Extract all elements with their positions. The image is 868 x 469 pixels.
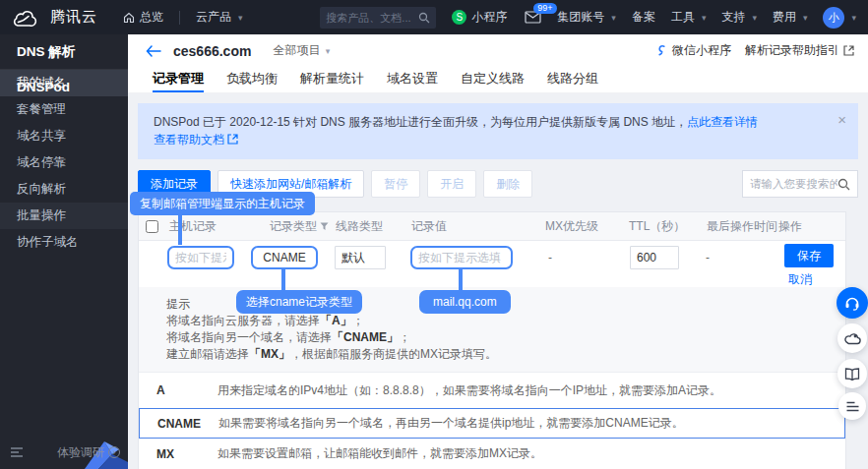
topbar-search[interactable] [320,7,436,29]
nav-support[interactable]: 支持▾ [721,9,757,26]
record-type-name: CNAME [157,409,201,438]
external-link-icon[interactable] [227,134,238,145]
documentation-button[interactable] [837,359,867,388]
record-type-list: A用来指定域名的IPv4地址（如：8.8.8.8），如果需要将域名指向一个IP地… [139,373,845,469]
last-op-time-value: - [706,246,710,269]
wechat-miniprogram-link[interactable]: 微信小程序 [655,42,731,59]
tab[interactable]: 域名设置 [387,67,438,92]
hint-line: 将域名指向云服务器，请选择「A」； [166,313,845,329]
topbar: 腾讯云 总览 云产品▾ S 小程序 99+ 集团账号▾ 备案 工具▾ 支持▾ 费… [0,0,868,34]
record-type-row[interactable]: A用来指定域名的IPv4地址（如：8.8.8.8），如果需要将域名指向一个IP地… [139,373,845,408]
page-title: ces666.com [173,43,251,59]
cloud-logo-icon [12,9,37,27]
nav-tools[interactable]: 工具▾ [671,9,707,26]
record-type-row[interactable]: CNAME如果需要将域名指向另一个域名，再由另一个域名提供ip地址，就需要添加C… [139,408,845,439]
enable-button[interactable]: 开启 [427,170,476,198]
col-header-type[interactable]: 记录类型 [270,212,329,241]
host-record-input[interactable] [167,246,234,269]
feedback-form-button[interactable] [838,392,866,420]
sidebar-title: DNS 解析 DNSPod [0,34,128,70]
tooltip-connector [178,214,182,245]
mx-priority-value: - [548,246,552,269]
tencent-cloud-logo[interactable]: 腾讯云 [12,8,97,27]
chevron-down-icon: ▾ [851,13,856,23]
col-header-host: 主机记录 [169,212,217,241]
chevron-down-icon: ▾ [752,13,757,23]
tab[interactable]: 记录管理 [153,67,204,92]
col-header-line: 线路类型 [336,212,383,241]
account-avatar[interactable]: 小 ▾ [823,7,856,29]
record-search[interactable] [742,170,858,198]
external-link-icon [843,45,854,56]
tab[interactable]: 负载均衡 [226,67,278,92]
nav-group-account[interactable]: 集团账号▾ [557,9,616,26]
banner-doc-link[interactable]: 查看帮助文档 [154,133,224,147]
select-all-checkbox[interactable] [146,220,158,233]
filter-icon[interactable] [320,222,329,231]
hint-lines: 将域名指向云服务器，请选择「A」；将域名指向另一个域名，请选择「CNAME」；建… [166,313,845,363]
nav-billing[interactable]: 费用▾ [773,9,808,26]
divider [179,11,180,25]
record-value-input[interactable] [410,246,513,269]
col-header-op: 操作 [778,212,802,241]
col-header-time: 最后操作时间 [707,212,777,241]
sidebar-item[interactable]: 反向解析 [0,176,128,203]
hint-line: 建立邮箱请选择「MX」，根据邮箱服务商提供的MX记录填写。 [166,346,845,363]
record-type-name: A [156,373,165,408]
search-icon [837,178,850,191]
tab-bar: 记录管理负载均衡解析量统计域名设置自定义线路线路分组 [128,67,868,93]
banner-text: DNSPod 已于 2020-12-15 针对 DNS 服务器地址进行全面升级，… [154,115,687,129]
chevron-down-icon: ▾ [611,13,616,23]
ttl-input[interactable] [630,246,679,269]
sidebar-item[interactable]: 批量操作 [0,203,128,229]
line-type-input[interactable] [335,246,386,269]
customer-support-button[interactable] [837,287,868,319]
nav-messages[interactable]: 99+ [525,11,541,24]
sidebar-item[interactable]: 域名停靠 [0,149,128,176]
cloud-icon [844,332,861,345]
add-record-form-row: - - 保存 取消 [139,241,845,287]
collapse-sidebar-icon[interactable] [10,447,24,457]
sidebar-footer: 体验调研 › [0,436,128,469]
chevron-down-icon: ▾ [326,46,331,56]
nav-mini-program[interactable]: S 小程序 [452,9,507,26]
tooltip-connector [281,268,285,291]
sidebar-item[interactable]: 我的域名 [0,70,128,96]
pause-button[interactable]: 暂停 [371,170,420,198]
delete-button[interactable]: 删除 [483,170,532,198]
sidebar: DNS 解析 DNSPod 我的域名套餐管理域名共享域名停靠反向解析批量操作协作… [0,34,128,469]
sidebar-nav: 我的域名套餐管理域名共享域名停靠反向解析批量操作协作子域名 [0,70,128,256]
record-type-desc: 用来指定域名的IPv4地址（如：8.8.8.8），如果需要将域名指向一个IP地址… [217,373,837,408]
hint-line: 将域名指向另一个域名，请选择「CNAME」； [166,329,845,346]
sidebar-item[interactable]: 套餐管理 [0,96,128,123]
cloud-assistant-button[interactable] [837,323,867,353]
tab[interactable]: 解析量统计 [300,67,364,92]
survey-link[interactable]: 体验调研 › [57,444,120,461]
banner-detail-link[interactable]: 点此查看详情 [687,115,758,129]
record-type-row[interactable]: MX如果需要设置邮箱，让邮箱能收到邮件，就需要添加MX记录。 [139,439,845,469]
table-header-row: 主机记录 记录类型 线路类型 记录值 MX优先级 TTL（秒） 最后操作时间 操… [139,212,845,241]
nav-beian[interactable]: 备案 [632,9,655,26]
cancel-link[interactable]: 取消 [788,271,812,288]
save-button[interactable]: 保存 [784,244,834,267]
back-button[interactable] [146,45,161,57]
record-search-input[interactable] [750,178,837,190]
nav-cloud-products[interactable]: 云产品▾ [196,9,243,26]
topbar-search-input[interactable] [326,12,418,24]
record-type-input[interactable] [251,246,318,269]
tab[interactable]: 线路分组 [547,67,598,92]
tooltip-connector [459,268,463,291]
project-selector[interactable]: 全部项目 ▾ [273,42,330,59]
sidebar-item[interactable]: 域名共享 [0,123,128,149]
tooltip-record-type: 选择cname记录类型 [236,290,362,314]
tab[interactable]: 自定义线路 [461,67,525,92]
col-header-mx: MX优先级 [545,212,598,241]
sidebar-item[interactable]: 协作子域名 [0,229,128,256]
brand-name: 腾讯云 [50,8,97,27]
chevron-right-icon: › [108,446,120,458]
main-panel: ces666.com 全部项目 ▾ 微信小程序 解析记录帮助指引 记录管理负载均… [128,34,868,469]
close-icon[interactable]: × [837,111,846,129]
nav-overview[interactable]: 总览 [123,9,163,26]
upgrade-notice-banner: DNSPod 已于 2020-12-15 针对 DNS 服务器地址进行全面升级，… [138,103,858,159]
help-guide-link[interactable]: 解析记录帮助指引 [745,42,854,59]
